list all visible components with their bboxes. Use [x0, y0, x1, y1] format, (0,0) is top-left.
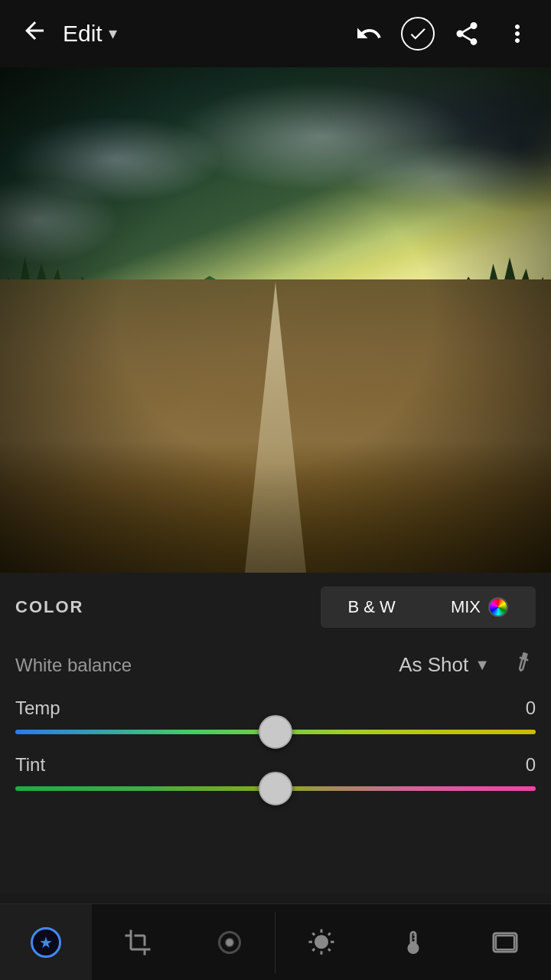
white-balance-label: White balance	[15, 655, 399, 676]
selective-icon	[212, 925, 247, 960]
mix-tab[interactable]: MIX	[423, 586, 536, 628]
edit-panel: COLOR B & W MIX White balance As Shot ▼ …	[0, 573, 551, 894]
bottom-nav: ★	[0, 903, 551, 980]
vignette-overlay	[0, 67, 551, 573]
undo-button[interactable]	[350, 15, 387, 52]
temp-value: 0	[526, 697, 536, 719]
presets-icon: ★	[28, 925, 64, 960]
tint-label: Tint	[15, 754, 45, 776]
title-text: Edit	[63, 21, 103, 47]
temp-label: Temp	[15, 697, 60, 719]
tint-slider-row: Tint 0	[0, 748, 551, 805]
nav-item-lens[interactable]	[459, 904, 551, 980]
nav-item-presets[interactable]: ★	[0, 904, 92, 980]
share-button[interactable]	[448, 15, 485, 52]
bw-tab[interactable]: B & W	[321, 586, 423, 628]
temp-slider-track[interactable]	[15, 730, 536, 734]
mix-color-circle	[488, 597, 508, 617]
tint-value: 0	[526, 754, 536, 776]
nav-item-selective[interactable]	[184, 904, 276, 980]
white-balance-arrow: ▼	[474, 656, 490, 674]
photo-area	[0, 67, 551, 573]
color-nav-icon	[396, 925, 431, 960]
confirm-button[interactable]	[401, 17, 435, 51]
nav-item-color[interactable]	[367, 904, 459, 980]
white-balance-value-area: As Shot ▼	[399, 651, 536, 679]
white-balance-row: White balance As Shot ▼	[0, 642, 551, 691]
nav-item-light[interactable]	[276, 904, 367, 980]
mix-label: MIX	[451, 597, 481, 617]
eyedropper-button[interactable]	[507, 647, 541, 683]
back-button[interactable]	[15, 17, 54, 51]
nav-item-crop[interactable]	[92, 904, 184, 980]
photo-canvas	[0, 67, 551, 573]
temp-slider-thumb[interactable]	[259, 715, 292, 749]
white-balance-value: As Shot	[399, 653, 468, 677]
tint-slider-thumb[interactable]	[259, 772, 292, 805]
tint-slider-track[interactable]	[15, 786, 536, 791]
color-section-label: COLOR	[15, 597, 321, 617]
top-bar-actions	[350, 15, 536, 52]
lens-icon	[487, 925, 523, 960]
title-chevron: ▾	[109, 24, 117, 44]
svg-rect-2	[496, 936, 514, 949]
color-tabs-row: COLOR B & W MIX	[0, 573, 551, 642]
white-balance-dropdown[interactable]: As Shot ▼	[399, 653, 490, 677]
svg-point-0	[226, 939, 233, 946]
more-button[interactable]	[499, 15, 536, 52]
temp-slider-row: Temp 0	[0, 691, 551, 748]
top-bar: Edit ▾	[0, 0, 551, 67]
light-icon	[304, 925, 339, 960]
crop-icon	[120, 925, 155, 960]
page-title[interactable]: Edit ▾	[63, 21, 341, 47]
